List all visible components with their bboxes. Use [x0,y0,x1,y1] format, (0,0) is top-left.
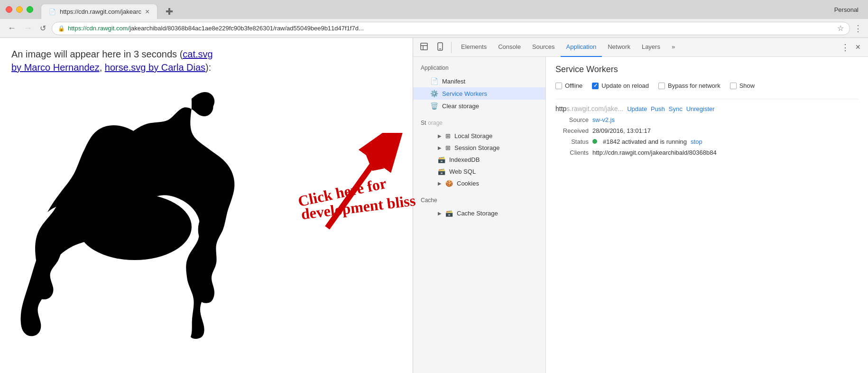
indexeddb-icon: 🗃️ [438,156,445,163]
sidebar-item-manifest[interactable]: 📄 Manifest [413,75,545,87]
update-on-reload-option[interactable]: Update on reload [592,82,649,89]
show-checkbox[interactable] [730,83,737,89]
sidebar-section-storage: Storage ▶ ⊞ Local Storage ▶ ⊞ Session St… [413,116,545,189]
sw-received-label: Received [555,127,589,134]
sidebar-item-web-sql[interactable]: 🗃️ Web SQL [413,166,545,177]
sw-status-row: Status #1842 activated and is running st… [555,138,859,145]
update-on-reload-checkbox[interactable] [592,83,599,89]
tab-page-icon: 📄 [49,9,56,15]
profile-button[interactable]: Personal [831,4,862,15]
local-storage-label: Local Storage [454,132,492,140]
tab-application[interactable]: Application [561,38,602,57]
sw-source-link[interactable]: sw-v2.js [592,116,615,123]
show-label: Show [739,82,755,89]
bypass-for-network-option[interactable]: Bypass for network [658,82,720,89]
sidebar-item-local-storage[interactable]: ▶ ⊞ Local Storage [413,130,545,142]
service-workers-label: Service Workers [442,90,487,97]
text-after: ): [205,62,211,73]
close-button[interactable] [6,6,12,13]
sw-status-value: #1842 activated and is running [603,138,687,145]
web-sql-icon: 🗃️ [438,168,445,175]
forward-button: → [22,21,34,35]
device-mode-button[interactable] [433,40,447,55]
traffic-lights [6,6,33,13]
bypass-for-network-checkbox[interactable] [658,83,665,89]
clear-storage-label: Clear storage [442,103,479,110]
tab-network[interactable]: Network [602,38,636,57]
sidebar-item-session-storage[interactable]: ▶ ⊞ Session Storage [413,142,545,154]
offline-label: Offline [565,82,582,89]
show-option[interactable]: Show [730,82,755,89]
svg-rect-6 [421,43,427,50]
offline-option[interactable]: Offline [555,82,582,89]
horse-svg-link[interactable]: horse.svg by Carla Dias [105,62,205,73]
horse-image [11,80,401,309]
web-sql-label: Web SQL [449,168,476,175]
tab-bar: 📄 https://cdn.rawgit.com/jakearc × [37,0,827,19]
devtools-options-button[interactable]: ⋮ [841,42,850,53]
offline-checkbox[interactable] [555,83,562,89]
sidebar-section-cache: Cache ▶ 🗃️ Cache Storage [413,193,545,219]
sw-status-dot [592,139,597,144]
sidebar-item-indexeddb[interactable]: 🗃️ IndexedDB [413,154,545,166]
active-tab[interactable]: 📄 https://cdn.rawgit.com/jakearc × [41,4,157,19]
sidebar-group-title-storage: Storage [413,116,545,130]
service-workers-title: Service Workers [555,65,859,75]
title-bar: 📄 https://cdn.rawgit.com/jakearc × Perso… [0,0,868,19]
fullscreen-button[interactable] [27,6,33,13]
tab-close-button[interactable]: × [145,8,149,16]
minimize-button[interactable] [16,6,23,13]
sw-update-link[interactable]: Update [627,105,647,112]
page-text: An image will appear here in 3 seconds (… [11,47,401,74]
service-workers-icon: ⚙️ [430,90,438,97]
cookies-expand-icon: ▶ [438,181,442,186]
sidebar-item-clear-storage[interactable]: 🗑️ Clear storage [413,100,545,112]
session-storage-label: Session Storage [454,144,499,151]
sw-push-link[interactable]: Push [651,105,665,112]
toolbar-separator [451,42,452,53]
url-bar[interactable]: 🔒 https://cdn.rawgit.com/jakearchibald/8… [52,22,850,35]
new-tab-button[interactable] [157,4,181,19]
storage-section-label: St [421,120,426,126]
url-green-part: https://cdn.rawgit.com/ [68,25,129,32]
sw-unregister-link[interactable]: Unregister [686,105,715,112]
sidebar-item-cookies[interactable]: ▶ 🍪 Cookies [413,177,545,189]
inspect-element-button[interactable] [417,40,431,55]
sw-sync-link[interactable]: Sync [669,105,683,112]
tab-elements[interactable]: Elements [455,38,492,57]
devtools-close-button[interactable]: × [851,40,864,54]
clear-storage-icon: 🗑️ [430,102,438,110]
devtools-toolbar: Elements Console Sources Application Net… [413,38,868,57]
browser-menu-button[interactable]: ⋮ [854,23,862,34]
tab-console[interactable]: Console [492,38,526,57]
tab-url: https://cdn.rawgit.com/jakearc [60,8,141,15]
bookmark-icon[interactable]: ☆ [837,24,844,33]
cookies-label: Cookies [457,180,479,187]
tab-more[interactable]: » [666,38,681,57]
sw-received-row: Received 28/09/2016, 13:01:17 [555,127,859,134]
sw-status-label: Status [555,138,589,145]
sw-source-row: Source sw-v2.js [555,116,859,123]
sidebar-group-title-cache: Cache [413,193,545,207]
devtools-sidebar: Application 📄 Manifest ⚙️ Service Worker… [413,57,546,373]
local-storage-expand-icon: ▶ [438,133,442,139]
sw-clients-value: http://cdn.rawgit.com/jakearchibald/8036… [592,149,717,156]
tab-layers[interactable]: Layers [636,38,666,57]
back-button[interactable]: ← [6,21,18,35]
cache-storage-expand-icon: ▶ [438,211,442,216]
url-text: https://cdn.rawgit.com/jakearchibald/803… [68,25,834,32]
sidebar-section-application: Application 📄 Manifest ⚙️ Service Worker… [413,61,545,112]
tab-sources[interactable]: Sources [526,38,561,57]
devtools-main-panel: Service Workers Offline Update on reload [546,57,868,373]
sidebar-item-service-workers[interactable]: ⚙️ Service Workers [413,87,545,100]
cache-storage-icon: 🗃️ [445,210,453,217]
sw-options-row: Offline Update on reload Bypass for netw… [555,82,859,89]
sw-stop-link[interactable]: stop [691,138,702,145]
session-storage-expand-icon: ▶ [438,145,442,150]
local-storage-icon: ⊞ [445,132,451,140]
update-on-reload-label: Update on reload [601,82,649,89]
url-rest: jakearchibald/80368b84ac1ae8e229fc90b3fe… [129,25,364,32]
refresh-button[interactable]: ↺ [38,22,48,35]
session-storage-icon: ⊞ [445,144,451,151]
sidebar-item-cache-storage[interactable]: ▶ 🗃️ Cache Storage [413,207,545,219]
